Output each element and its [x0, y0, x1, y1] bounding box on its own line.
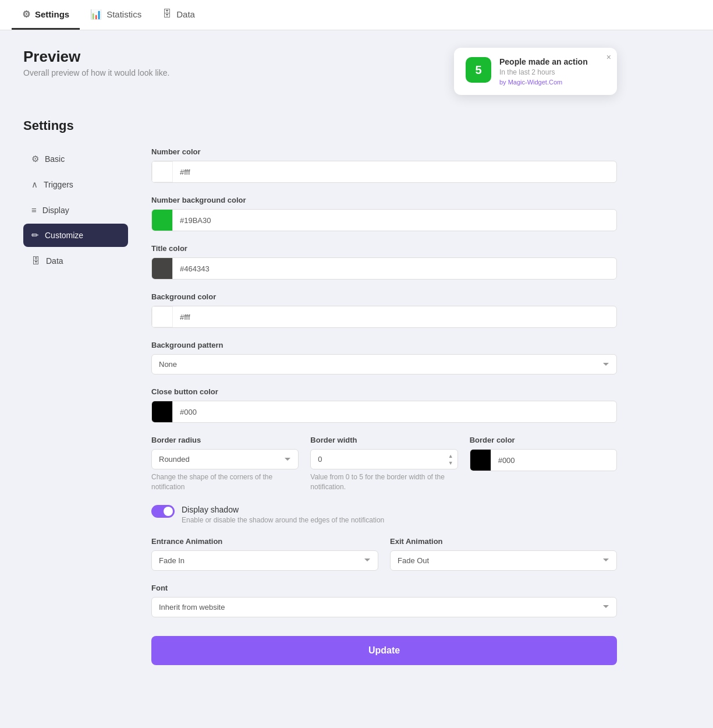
sidebar-item-triggers[interactable]: ∧ Triggers: [23, 173, 128, 196]
number-bg-color-swatch: [152, 210, 173, 231]
preview-title: Preview: [23, 48, 169, 66]
sidebar-item-basic-label: Basic: [45, 154, 65, 164]
animation-row: Entrance Animation Fade In Slide In Boun…: [151, 537, 617, 584]
border-width-label: Border width: [310, 436, 457, 444]
exit-animation-group: Exit Animation Fade Out Slide Out Bounce: [390, 537, 617, 571]
entrance-animation-select[interactable]: Fade In Slide In Bounce: [151, 550, 378, 571]
close-btn-color-label: Close button color: [151, 387, 617, 396]
border-settings-row: Border radius Rounded Square Pill Change…: [151, 436, 617, 505]
bg-color-input-row[interactable]: #fff: [151, 306, 617, 328]
exit-animation-select[interactable]: Fade Out Slide Out Bounce: [390, 550, 617, 571]
sidebar-item-display-label: Display: [42, 206, 69, 215]
main-content: Preview Overall preview of how it would …: [0, 30, 640, 683]
sidebar-item-triggers-label: Triggers: [44, 180, 73, 189]
sidebar-item-basic[interactable]: ⚙ Basic: [23, 147, 128, 171]
sidebar-item-display[interactable]: ≡ Display: [23, 199, 128, 221]
number-color-group: Number color #fff: [151, 147, 617, 183]
display-icon: ≡: [31, 205, 37, 215]
close-btn-color-value: #000: [173, 408, 616, 416]
border-width-input[interactable]: [310, 449, 457, 469]
sidebar-data-icon: 🗄: [31, 256, 40, 266]
notification-brand: by Magic-Widget.Com: [499, 79, 605, 86]
settings-layout: ⚙ Basic ∧ Triggers ≡ Display ✏ Customize…: [23, 147, 617, 665]
number-bg-color-label: Number background color: [151, 196, 617, 204]
font-label: Font: [151, 584, 617, 592]
notification-body: People made an action In the last 2 hour…: [499, 57, 605, 86]
title-color-input-row[interactable]: #464343: [151, 257, 617, 280]
close-btn-color-swatch: [152, 401, 173, 422]
border-width-group: Border width ▲ ▼ Value from 0 to 5 for t…: [310, 436, 457, 492]
entrance-animation-group: Entrance Animation Fade In Slide In Boun…: [151, 537, 378, 571]
statistics-icon: 📊: [90, 9, 102, 20]
notification-subtitle: In the last 2 hours: [499, 68, 605, 76]
title-color-label: Title color: [151, 244, 617, 253]
exit-animation-label: Exit Animation: [390, 537, 617, 546]
bg-color-label: Background color: [151, 292, 617, 301]
font-group: Font Inherit from website Arial Georgia …: [151, 584, 617, 617]
border-color-group: Border color #000: [470, 436, 617, 492]
tab-statistics[interactable]: 📊 Statistics: [80, 0, 152, 30]
tab-settings-label: Settings: [35, 9, 69, 19]
number-arrows: ▲ ▼: [447, 453, 455, 466]
border-radius-select[interactable]: Rounded Square Pill: [151, 449, 299, 469]
bg-pattern-select[interactable]: None Dots Lines Grid: [151, 354, 617, 374]
decrement-button[interactable]: ▼: [447, 460, 455, 466]
tab-settings[interactable]: ⚙ Settings: [12, 0, 80, 30]
basic-icon: ⚙: [31, 154, 39, 164]
border-radius-label: Border radius: [151, 436, 299, 444]
border-width-input-wrap: ▲ ▼: [310, 449, 457, 469]
title-color-group: Title color #464343: [151, 244, 617, 280]
notification-title: People made an action: [499, 57, 605, 66]
border-radius-hint: Change the shape of the corners of the n…: [151, 472, 299, 492]
increment-button[interactable]: ▲: [447, 453, 455, 459]
close-btn-color-group: Close button color #000: [151, 387, 617, 423]
number-bg-color-value: #19BA30: [173, 216, 616, 225]
close-btn-color-input-row[interactable]: #000: [151, 401, 617, 423]
bg-color-swatch: [152, 306, 173, 327]
border-color-value: #000: [491, 456, 616, 465]
preview-section: Preview Overall preview of how it would …: [23, 48, 617, 95]
title-color-value: #464343: [173, 264, 616, 273]
notification-card: 5 People made an action In the last 2 ho…: [454, 48, 617, 95]
toggle-knob: [164, 507, 173, 516]
number-bg-color-input-row[interactable]: #19BA30: [151, 209, 617, 231]
settings-title: Settings: [23, 118, 617, 133]
number-bg-color-group: Number background color #19BA30: [151, 196, 617, 231]
border-color-input-row[interactable]: #000: [470, 449, 617, 471]
font-select[interactable]: Inherit from website Arial Georgia Robot…: [151, 597, 617, 617]
form-area: Number color #fff Number background colo…: [151, 147, 617, 665]
display-shadow-label: Display shadow: [182, 505, 617, 514]
tab-statistics-label: Statistics: [107, 9, 141, 19]
bg-color-value: #fff: [173, 313, 616, 321]
data-icon: 🗄: [162, 9, 172, 19]
bg-color-group: Background color #fff: [151, 292, 617, 328]
preview-text: Preview Overall preview of how it would …: [23, 48, 169, 77]
border-radius-group: Border radius Rounded Square Pill Change…: [151, 436, 299, 492]
settings-section: Settings ⚙ Basic ∧ Triggers ≡ Display ✏: [23, 118, 617, 665]
title-color-swatch: [152, 258, 173, 279]
tab-data[interactable]: 🗄 Data: [152, 0, 205, 30]
close-button[interactable]: ×: [606, 52, 611, 62]
update-button[interactable]: Update: [151, 636, 617, 665]
settings-icon: ⚙: [22, 9, 30, 20]
sidebar-item-data[interactable]: 🗄 Data: [23, 249, 128, 272]
sidebar-item-customize[interactable]: ✏ Customize: [23, 224, 128, 247]
preview-subtitle: Overall preview of how it would look lik…: [23, 68, 169, 77]
triggers-icon: ∧: [31, 179, 38, 190]
border-width-hint: Value from 0 to 5 for the border width o…: [310, 472, 457, 492]
number-color-swatch: [152, 161, 173, 182]
customize-icon: ✏: [31, 230, 39, 241]
top-nav: ⚙ Settings 📊 Statistics 🗄 Data: [0, 0, 713, 30]
border-color-label: Border color: [470, 436, 617, 444]
tab-data-label: Data: [176, 9, 195, 19]
number-color-label: Number color: [151, 147, 617, 156]
display-shadow-hint: Enable or disable the shadow around the …: [182, 516, 617, 524]
display-shadow-toggle[interactable]: [151, 505, 175, 518]
number-color-value: #fff: [173, 168, 616, 176]
border-color-swatch: [470, 450, 491, 471]
notification-badge: 5: [466, 57, 491, 83]
settings-sidebar: ⚙ Basic ∧ Triggers ≡ Display ✏ Customize…: [23, 147, 128, 665]
entrance-animation-label: Entrance Animation: [151, 537, 378, 546]
display-shadow-row: Display shadow Enable or disable the sha…: [151, 505, 617, 524]
number-color-input-row[interactable]: #fff: [151, 161, 617, 183]
